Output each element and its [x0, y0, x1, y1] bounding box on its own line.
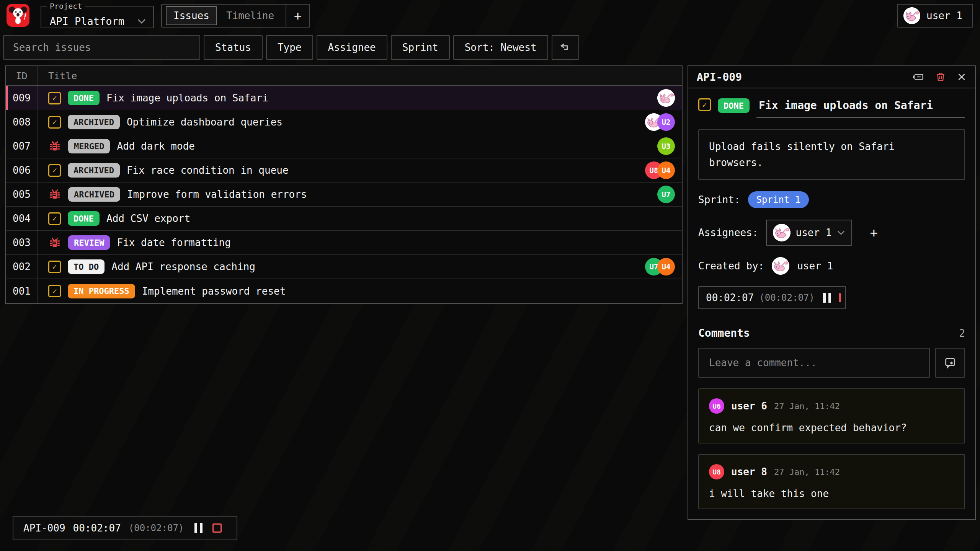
project-name: API Platform: [50, 15, 124, 27]
comments-list: U6 user 6 27 Jan, 11:42 can we confirm e…: [698, 388, 965, 509]
assignee-avatars: [657, 89, 675, 107]
comment-author: user 6: [731, 400, 767, 412]
issue-id: 005: [6, 183, 38, 206]
status-badge: MERGED: [68, 139, 110, 153]
assignee-avatars: U8U4: [645, 161, 675, 179]
filter-sort-newest[interactable]: Sort: Newest: [453, 35, 548, 60]
status-badge: ARCHIVED: [68, 187, 120, 202]
filter-status[interactable]: Status: [204, 35, 263, 60]
created-by-label: Created by:: [698, 260, 764, 272]
task-checkbox-icon: ✓: [48, 164, 61, 177]
assignee-select[interactable]: user 1: [766, 220, 853, 246]
issue-title: Implement password reset: [142, 285, 286, 297]
pause-timer-icon[interactable]: [823, 293, 831, 303]
close-icon[interactable]: [957, 72, 967, 82]
description-text: Upload fails silently on Safari browsers…: [709, 139, 916, 171]
app-logo-koala-icon: !: [6, 3, 30, 27]
creator-avatar: [772, 257, 789, 275]
submit-comment-button[interactable]: [935, 348, 965, 378]
detail-issue-title: Fix image uploads on Safari: [759, 99, 933, 112]
mew-avatar-sprite: [657, 89, 675, 107]
comment-text: i will take this one: [709, 488, 954, 499]
undo-icon: [559, 41, 572, 54]
comments-heading: Comments: [698, 327, 750, 339]
table-row[interactable]: 009 ✓ DONE Fix image uploads on Safari: [6, 86, 682, 110]
detail-issue-id: API-009: [697, 71, 742, 83]
issue-id: 004: [6, 207, 38, 230]
filter-sprint[interactable]: Sprint: [391, 35, 450, 60]
assignees-label: Assignees:: [698, 227, 758, 238]
column-header-id: ID: [6, 66, 38, 85]
issue-title: Add API response caching: [111, 261, 255, 272]
task-checkbox-icon: ✓: [48, 92, 61, 104]
status-badge: DONE: [68, 211, 100, 226]
filter-assignee[interactable]: Assignee: [317, 35, 387, 60]
table-row[interactable]: 003 REVIEW Fix date formatting: [6, 231, 682, 255]
issue-id: 008: [6, 110, 38, 134]
table-row[interactable]: 006 ✓ ARCHIVED Fix race condition in que…: [6, 158, 682, 183]
tab-timeline[interactable]: Timeline: [219, 6, 282, 25]
comments-count: 2: [959, 328, 965, 339]
issue-id: 001: [6, 279, 38, 303]
stop-timer-icon[interactable]: [839, 293, 841, 302]
comment-author: user 8: [731, 466, 767, 478]
table-row[interactable]: 008 ✓ ARCHIVED Optimize dashboard querie…: [6, 110, 682, 134]
filter-type[interactable]: Type: [266, 35, 313, 60]
stop-timer-icon[interactable]: [212, 523, 222, 533]
bug-icon: [48, 188, 61, 201]
task-checkbox-icon: ✓: [48, 285, 61, 297]
task-checkbox-icon: ✓: [48, 116, 61, 129]
global-timer-bar: API-009 00:02:07 (00:02:07): [13, 516, 237, 540]
search-input[interactable]: [3, 35, 200, 60]
undo-button[interactable]: [552, 35, 579, 60]
bug-icon: [48, 140, 61, 153]
comment-timestamp: 27 Jan, 11:42: [774, 401, 840, 411]
timer-total: (00:02:07): [759, 292, 815, 303]
tab-issues[interactable]: Issues: [166, 6, 217, 25]
delete-issue-icon[interactable]: [935, 71, 946, 83]
current-user-chip[interactable]: user 1: [897, 4, 973, 28]
status-badge: IN PROGRESS: [68, 284, 135, 298]
add-comment-icon: [944, 356, 957, 369]
sprint-label: Sprint:: [698, 194, 740, 205]
user-avatar-image: [657, 89, 675, 107]
table-row[interactable]: 002 ✓ TO DO Add API response caching U7U…: [6, 255, 682, 279]
sprint-pill[interactable]: Sprint 1: [748, 191, 809, 208]
issue-id: 009: [6, 86, 38, 110]
issue-timer: 00:02:07 (00:02:07): [698, 286, 846, 309]
assignee-avatars: U2: [645, 113, 675, 131]
task-checkbox-icon: ✓: [48, 212, 61, 225]
add-assignee-button[interactable]: +: [870, 225, 877, 240]
table-row[interactable]: 001 ✓ IN PROGRESS Implement password res…: [6, 279, 682, 303]
table-row[interactable]: 004 ✓ DONE Add CSV export: [6, 207, 682, 231]
table-row[interactable]: 007 MERGED Add dark mode U3: [6, 134, 682, 158]
new-issue-button[interactable]: +: [286, 4, 310, 28]
detail-header: API-009: [688, 66, 975, 88]
assignee-avatars: U7U4: [645, 258, 675, 276]
comment-card: U6 user 6 27 Jan, 11:42 can we confirm e…: [698, 388, 965, 443]
user-avatar-badge: U3: [657, 137, 675, 155]
issue-title: Improve form validation errors: [127, 189, 307, 200]
assignee-avatars: U7: [657, 186, 675, 203]
project-selector[interactable]: Project API Platform: [41, 2, 154, 28]
filter-buttons: StatusTypeAssigneeSprintSort: Newest: [204, 35, 548, 60]
pause-timer-icon[interactable]: [194, 523, 203, 533]
table-header: ID Title: [6, 66, 682, 86]
user-avatar-badge: U2: [657, 113, 675, 131]
creator-name: user 1: [797, 260, 833, 272]
assignee-avatar: [773, 224, 791, 241]
issue-detail-panel: API-009 ✓ DONE: [688, 65, 976, 520]
description-box[interactable]: Upload fails silently on Safari browsers…: [698, 129, 965, 180]
comment-timestamp: 27 Jan, 11:42: [774, 467, 840, 477]
issue-id: 007: [6, 134, 38, 158]
chevron-down-icon: [137, 18, 146, 24]
current-user-avatar: [903, 7, 920, 24]
assignee-avatars: U3: [657, 137, 675, 155]
copy-link-icon[interactable]: [912, 72, 924, 82]
issue-id: 003: [6, 231, 38, 254]
comment-input[interactable]: [698, 348, 930, 378]
issue-title: Fix race condition in queue: [127, 165, 289, 176]
table-row[interactable]: 005 ARCHIVED Improve form validation err…: [6, 183, 682, 207]
issue-title: Fix image uploads on Safari: [106, 92, 268, 104]
issue-title: Add dark mode: [117, 140, 195, 152]
